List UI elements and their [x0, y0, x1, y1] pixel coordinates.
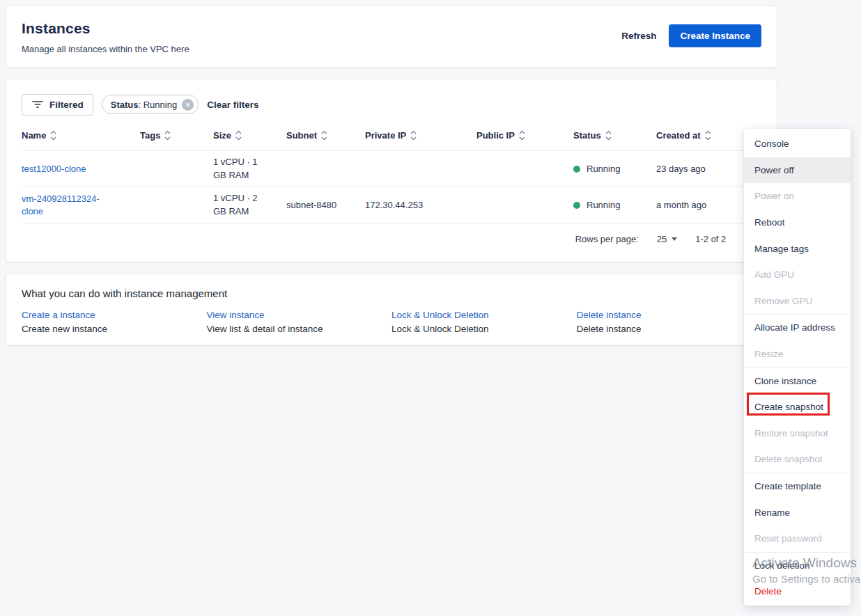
info-card: What you can do with instance management… [6, 274, 777, 346]
sort-icon[interactable] [519, 130, 525, 141]
info-links: Create a instance Create new instance Vi… [22, 310, 761, 334]
sort-icon[interactable] [50, 130, 56, 141]
header-actions: Refresh Create Instance [621, 24, 761, 47]
menu-item-delete[interactable]: Delete [744, 578, 851, 605]
info-link-desc: Lock & Unlock Deletion [391, 324, 577, 334]
menu-item-allocate-ip[interactable]: Allocate IP address [744, 315, 851, 341]
menu-item-rename[interactable]: Rename [744, 499, 851, 526]
instance-name-link[interactable]: vm-240928112324-clone [22, 193, 111, 217]
column-header-public-ip[interactable]: Public IP [476, 130, 573, 141]
column-header-size[interactable]: Size [213, 130, 286, 141]
column-header-private-ip[interactable]: Private IP [365, 130, 476, 141]
sort-icon[interactable] [605, 130, 612, 141]
table-row[interactable]: test12000-clone 1 vCPU · 1 GB RAM Runnin… [22, 151, 761, 187]
view-instance-link[interactable]: View instance [207, 310, 392, 320]
filter-icon [31, 98, 44, 111]
menu-item-manage-tags[interactable]: Manage tags [744, 235, 851, 262]
menu-item-add-gpu: Add GPU [744, 262, 851, 288]
pagination-bar: Rows per page: 25 1-2 of 2 ‹ [22, 223, 761, 254]
info-column-view: View instance View list & detail of inst… [207, 310, 392, 334]
table-row[interactable]: vm-240928112324-clone 1 vCPU · 2 GB RAM … [22, 187, 761, 223]
sort-icon[interactable] [410, 130, 417, 141]
info-column-create: Create a instance Create new instance [22, 310, 207, 334]
info-link-desc: View list & detail of instance [207, 324, 392, 334]
menu-item-restore-snapshot: Restore snapshot [744, 420, 851, 447]
instance-name-link[interactable]: test12000-clone [22, 163, 86, 175]
status-running-icon [573, 202, 580, 209]
instances-table-card: Filtered Status: Running ✕ Clear filters… [6, 79, 777, 262]
menu-item-resize: Resize [744, 341, 851, 368]
remove-filter-icon[interactable]: ✕ [182, 99, 194, 111]
sort-icon[interactable] [321, 130, 327, 141]
rows-per-page-select[interactable]: 25 [657, 234, 677, 244]
create-instance-button[interactable]: Create Instance [669, 24, 761, 47]
column-header-status[interactable]: Status [573, 130, 656, 141]
menu-item-reset-password: Reset password [744, 526, 851, 552]
instance-actions-menu: Console Power off Power on Reboot Manage… [744, 129, 851, 606]
column-header-name[interactable]: Name [22, 130, 140, 141]
status-filter-chip[interactable]: Status: Running ✕ [102, 95, 199, 114]
lock-unlock-deletion-link[interactable]: Lock & Unlock Deletion [391, 310, 577, 320]
pagination-range: 1-2 of 2 [695, 234, 726, 244]
menu-item-lock-deletion[interactable]: Lock deletion [744, 553, 851, 579]
chip-label: Status: Running [111, 100, 177, 110]
refresh-button[interactable]: Refresh [621, 31, 656, 41]
status-badge: Running [587, 164, 620, 174]
menu-item-clone-instance[interactable]: Clone instance [744, 368, 851, 394]
page-header-card: Instances Manage all instances within th… [6, 6, 777, 68]
delete-instance-link[interactable]: Delete instance [577, 310, 762, 320]
sort-icon[interactable] [705, 130, 711, 141]
filtered-button[interactable]: Filtered [22, 94, 93, 116]
sort-icon[interactable] [235, 130, 242, 141]
menu-item-power-on: Power on [744, 183, 851, 210]
column-header-tags[interactable]: Tags [140, 130, 213, 141]
status-running-icon [573, 166, 580, 173]
cell-status: Running [573, 200, 656, 210]
menu-group-snapshot: Clone instance Create snapshot Restore s… [744, 367, 851, 472]
filter-bar: Filtered Status: Running ✕ Clear filters [22, 94, 761, 115]
clear-filters-button[interactable]: Clear filters [207, 100, 258, 110]
info-link-desc: Create new instance [22, 324, 207, 334]
column-header-subnet[interactable]: Subnet [286, 130, 365, 141]
menu-item-delete-snapshot: Delete snapshot [744, 446, 851, 473]
table-header-row: Name Tags Size Subnet Private IP Public … [22, 120, 761, 151]
info-column-lock: Lock & Unlock Deletion Lock & Unlock Del… [391, 310, 577, 334]
cell-subnet: subnet-8480 [286, 200, 365, 210]
info-heading: What you can do with instance management [22, 287, 761, 299]
status-badge: Running [587, 200, 620, 210]
menu-group-template: Create template Rename Reset password [744, 473, 851, 552]
menu-item-create-template[interactable]: Create template [744, 473, 851, 500]
menu-item-console[interactable]: Console [744, 131, 851, 157]
cell-size: 1 vCPU · 1 GB RAM [213, 156, 262, 181]
filtered-label: Filtered [49, 100, 84, 110]
info-column-delete: Delete instance Delete instance [577, 310, 762, 334]
menu-item-power-off[interactable]: Power off [744, 157, 851, 184]
create-instance-link[interactable]: Create a instance [22, 310, 207, 320]
sort-icon[interactable] [164, 130, 171, 141]
menu-item-remove-gpu: Remove GPU [744, 288, 851, 315]
info-link-desc: Delete instance [577, 324, 762, 334]
rows-per-page-label: Rows per page: [575, 234, 639, 244]
chevron-down-icon [672, 237, 677, 241]
menu-item-reboot[interactable]: Reboot [744, 210, 851, 236]
cell-status: Running [573, 164, 656, 174]
menu-group-delete: Lock deletion Delete [744, 552, 851, 605]
menu-item-create-snapshot[interactable]: Create snapshot [744, 394, 851, 420]
menu-group-power: Console Power off Power on Reboot Manage… [744, 131, 851, 314]
menu-group-network: Allocate IP address Resize [744, 314, 851, 367]
cell-private-ip: 172.30.44.253 [365, 200, 476, 210]
cell-size: 1 vCPU · 2 GB RAM [213, 192, 262, 217]
